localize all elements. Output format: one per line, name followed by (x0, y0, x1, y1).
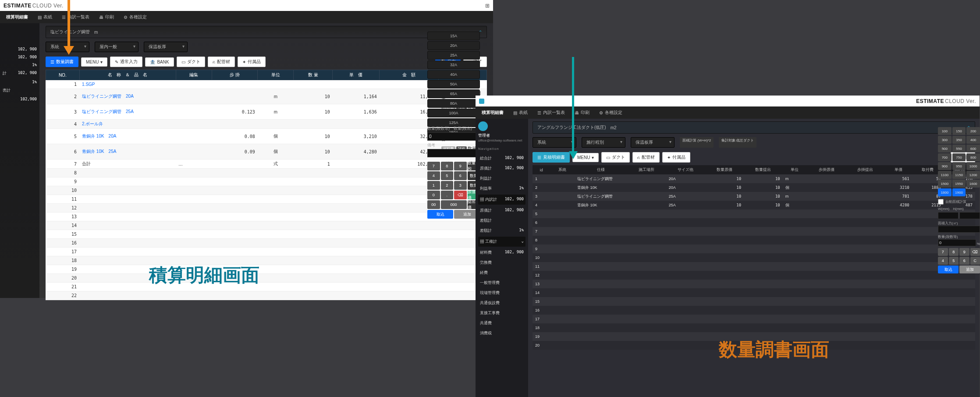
table-row[interactable]: 18 (46, 256, 487, 265)
estimate-detail-button[interactable]: ☰見積明細書 (533, 152, 570, 163)
size-option[interactable]: 20A (427, 41, 480, 50)
size-btn[interactable]: 1100 (938, 171, 952, 179)
size-btn[interactable]: 400 (966, 136, 980, 144)
table-row[interactable]: 15 (46, 230, 487, 239)
duct-button[interactable]: ▭ダクト (177, 57, 205, 67)
import-button[interactable]: 取込 (427, 210, 453, 219)
table-row[interactable]: 14 (533, 288, 975, 297)
key-9[interactable]: 9 (454, 162, 467, 170)
size-btn[interactable]: 350 (952, 136, 966, 144)
mk-5[interactable]: 5 (949, 257, 959, 265)
table-row[interactable]: 4青銅弁 10K25A1010個42802115487 (533, 201, 975, 209)
location-dropdown[interactable]: 屋内一般 (95, 42, 138, 52)
size-btn[interactable]: 950 (952, 162, 966, 170)
accessory-button[interactable]: ✦付属品 (238, 57, 266, 67)
sidebar-item[interactable]: 共通費 (478, 318, 526, 328)
key-000[interactable]: 000 (441, 200, 467, 209)
sidebar-item[interactable]: 利益計 (478, 174, 526, 184)
sidebar-item[interactable]: 材料費102, 900 (478, 248, 526, 258)
key-8[interactable]: 8 (441, 162, 454, 170)
table-row[interactable]: 22 (46, 291, 487, 300)
table-row[interactable]: 6 (533, 218, 975, 227)
mk-8[interactable]: 8 (949, 248, 959, 256)
sidebar-item[interactable]: 経費 (478, 268, 526, 278)
table-row[interactable]: 16 (46, 239, 487, 248)
nav-print[interactable]: 🖶 印刷 (99, 14, 114, 20)
nav-settings[interactable]: ⚙ 各種設定 (124, 14, 147, 20)
key-4[interactable]: 4 (427, 171, 440, 180)
size-btn[interactable]: 500 (938, 145, 952, 152)
key-3[interactable]: 3 (454, 181, 467, 190)
table-row[interactable]: 2青銅弁 10K20A1010個32101880433 (533, 183, 975, 192)
normal-input-button[interactable]: ✎通常入力 (110, 57, 142, 67)
mk-c[interactable]: C (970, 257, 980, 265)
sidebar-item[interactable]: ▦ 内訳計102, 900 (478, 195, 526, 205)
qty-input[interactable] (427, 132, 480, 141)
size-btn[interactable]: 1600 (966, 180, 980, 188)
size-btn[interactable]: 750 (952, 153, 966, 161)
nav-list[interactable]: ☰ 内訳一覧表 (537, 110, 565, 116)
mini-add-button[interactable]: 追加 (959, 266, 980, 273)
sidebar-item[interactable]: 利益率1% (478, 184, 526, 194)
size-option[interactable]: 32A (427, 60, 480, 69)
mk-7[interactable]: 7 (938, 248, 948, 256)
table-row[interactable]: 7合計…式1102,900合計 (46, 160, 487, 169)
item-header[interactable]: アングルフランジ工法ダクト(低圧) m2 ⌃ (533, 121, 975, 134)
size-btn[interactable]: 1000 (966, 162, 980, 170)
qty-input[interactable] (938, 239, 976, 246)
size-btn[interactable]: 1200 (966, 171, 980, 179)
size-btn[interactable]: 1150 (952, 171, 966, 179)
grid-icon[interactable]: ⊞ (485, 3, 490, 9)
table-row[interactable]: 12 (533, 271, 975, 280)
mk-4[interactable]: 4 (938, 257, 948, 265)
size-btn[interactable]: 1800 (938, 188, 952, 196)
key-5[interactable]: 5 (441, 171, 454, 180)
size-option[interactable]: 15A (427, 32, 480, 40)
key-dot[interactable]: . (441, 191, 454, 199)
item-header[interactable]: 塩ビライニング鋼管 m ⌃ (46, 26, 487, 38)
size-btn[interactable]: 100 (938, 127, 952, 135)
thickness-dropdown[interactable]: 保温板厚 (631, 137, 675, 148)
table-row[interactable]: 14 (46, 221, 487, 230)
key-6[interactable]: 6 (454, 171, 467, 180)
size-btn[interactable]: 1550 (952, 180, 966, 188)
sidebar-item[interactable]: ▦ 工種計 ⌄ (478, 237, 526, 247)
size-btn[interactable]: 900 (938, 162, 952, 170)
size-btn[interactable]: 150 (952, 127, 966, 135)
sidebar-item[interactable]: 共通仮設費 (478, 298, 526, 308)
table-row[interactable]: 13 (46, 213, 487, 221)
table-row[interactable]: 19 (46, 265, 487, 274)
sidebar-item[interactable]: 原価計102, 900 (478, 206, 526, 216)
auto-area-checkbox[interactable]: 自動面積計算 (938, 199, 980, 205)
process-dropdown[interactable]: 施行程別 (582, 137, 625, 148)
mini-import-button[interactable]: 取込 (938, 266, 959, 273)
size-btn[interactable]: 550 (952, 145, 966, 152)
table-row[interactable]: 5青銅弁 10K 20A0.08個103,21032,100材料費諸経数量調書 (46, 129, 487, 144)
table-row[interactable]: 9 (46, 177, 487, 186)
size-option[interactable]: 80A (427, 99, 480, 108)
suryochosho-button[interactable]: ☰数量調書 (46, 57, 78, 67)
table-row[interactable]: 11 (46, 195, 487, 204)
size-btn[interactable]: 600 (966, 145, 980, 152)
size-option[interactable]: 65A (427, 89, 480, 98)
size-option[interactable]: 25A (427, 51, 480, 60)
size-btn[interactable]: 800 (966, 153, 980, 161)
sidebar-item[interactable]: 総合計102, 900 (478, 153, 526, 163)
size-btn[interactable]: 700 (938, 153, 952, 161)
table-row[interactable]: 3塩ビライニング鋼管 25A0.123m101,63616,360材料費諸経数量… (46, 104, 487, 120)
table-row[interactable]: 7 (533, 227, 975, 236)
sidebar-item[interactable]: 一般管理費 (478, 278, 526, 288)
table-row[interactable]: 17 (533, 315, 975, 323)
bank-button[interactable]: 🏦BANK (145, 57, 174, 67)
piping-button[interactable]: ⎌配管材 (208, 57, 235, 67)
size-option[interactable]: 50A (427, 80, 480, 89)
sidebar-item[interactable]: 消費税 (478, 328, 526, 338)
sidebar-item[interactable]: 差額計1% (478, 226, 526, 236)
table-row[interactable]: 5 (533, 209, 975, 218)
piping-button[interactable]: ⎌配管材 (632, 152, 660, 163)
size-option[interactable]: 40A (427, 70, 480, 79)
sidebar-item[interactable]: 原価計102, 900 (478, 163, 526, 174)
table-row[interactable]: 12 (46, 204, 487, 213)
size-btn[interactable]: 1900 (952, 188, 966, 196)
table-row[interactable]: 10 (46, 186, 487, 195)
